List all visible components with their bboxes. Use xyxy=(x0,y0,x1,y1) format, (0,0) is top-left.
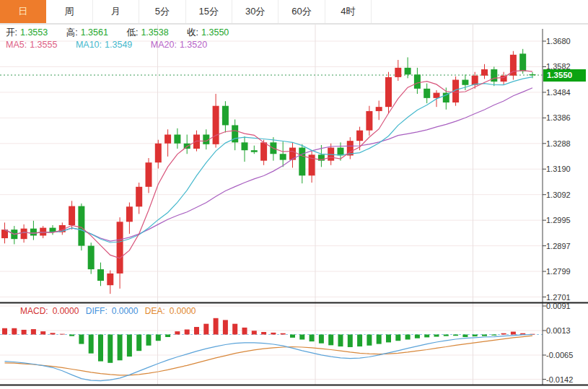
ma20-value: 1.3520 xyxy=(180,40,207,50)
price-axis-label: 1.2701 xyxy=(546,293,571,302)
quote-info: 开:1.3553 高:1.3561 低:1.3538 收:1.3550 xyxy=(6,27,232,39)
macd-axis-label: 0.0091 xyxy=(546,302,571,310)
price-axis-label: 1.3190 xyxy=(546,165,571,173)
ma5-value: 1.3555 xyxy=(30,40,57,50)
dea-label: DEA: xyxy=(145,306,165,316)
open-label: 开: xyxy=(6,27,17,38)
macd-axis-label: -0.0065 xyxy=(546,351,573,359)
macd-value: 0.0000 xyxy=(53,306,79,316)
price-axis-label: 1.2897 xyxy=(546,242,571,250)
tab-bar: 日周月5分15分30分60分4时 xyxy=(0,0,588,24)
high-value: 1.3561 xyxy=(81,27,108,38)
low-value: 1.3538 xyxy=(141,27,168,38)
current-price-badge: 1.3550 xyxy=(543,69,586,82)
macd-label: MACD: xyxy=(20,306,48,316)
tab-day[interactable]: 日 xyxy=(0,0,46,23)
tab-15min[interactable]: 15分 xyxy=(186,0,232,23)
tab-5min[interactable]: 5分 xyxy=(139,0,185,23)
ma10-value: 1.3549 xyxy=(105,40,132,50)
tab-month[interactable]: 月 xyxy=(93,0,139,23)
low-label: 低: xyxy=(126,27,138,38)
macd-axis-label: 0.0013 xyxy=(546,326,571,335)
price-axis-label: 1.3288 xyxy=(546,139,571,148)
ma-info: MA5:1.3555 MA10:1.3549 MA20:1.3520 xyxy=(6,40,210,50)
diff-label: DIFF: xyxy=(86,306,107,316)
tab-4hour[interactable]: 4时 xyxy=(325,0,372,23)
tab-week[interactable]: 周 xyxy=(46,0,92,23)
macd-axis-label: -0.0142 xyxy=(546,375,573,384)
tab-60min[interactable]: 60分 xyxy=(278,0,325,23)
price-chart-canvas[interactable] xyxy=(0,0,588,389)
diff-value: 0.0000 xyxy=(112,306,139,316)
macd-histogram xyxy=(2,318,535,363)
ma5-label: MA5: xyxy=(6,40,27,50)
ma10-label: MA10: xyxy=(76,40,102,50)
price-axis-label: 1.2995 xyxy=(546,216,571,224)
ma20-label: MA20: xyxy=(151,40,177,50)
macd-info: MACD:0.0000 DIFF:0.0000 DEA:0.0000 xyxy=(20,306,200,316)
open-value: 1.3553 xyxy=(20,27,48,38)
price-axis-label: 1.3680 xyxy=(546,37,571,45)
price-axis-label: 1.2799 xyxy=(546,267,571,276)
close-label: 收: xyxy=(187,27,198,38)
price-axis-label: 1.3484 xyxy=(546,88,571,97)
tab-30min[interactable]: 30分 xyxy=(232,0,278,23)
price-axis-label: 1.3092 xyxy=(546,191,571,199)
candlesticks xyxy=(1,49,536,294)
close-value: 1.3550 xyxy=(201,27,229,38)
high-label: 高: xyxy=(66,27,78,38)
dea-value: 0.0000 xyxy=(170,306,196,316)
price-axis-label: 1.3386 xyxy=(546,113,571,122)
